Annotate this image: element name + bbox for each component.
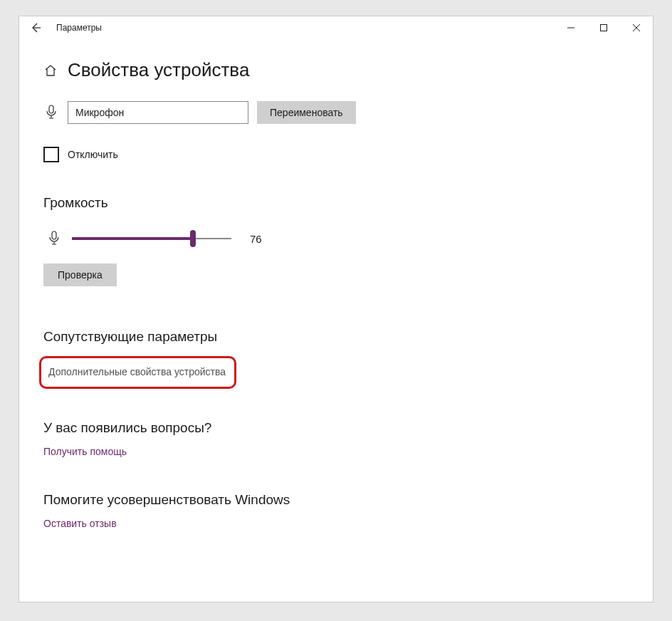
highlight-annotation: Дополнительные свойства устройства — [39, 356, 236, 389]
window-title: Параметры — [52, 23, 102, 33]
home-icon[interactable] — [43, 63, 58, 78]
svg-rect-0 — [601, 25, 607, 31]
volume-value: 76 — [250, 233, 262, 245]
test-button[interactable]: Проверка — [43, 263, 117, 286]
minimize-icon — [567, 24, 574, 31]
arrow-left-icon — [30, 22, 41, 33]
settings-window: Параметры Свойства устройства — [19, 16, 653, 602]
minimize-button[interactable] — [555, 16, 587, 39]
maximize-button[interactable] — [587, 16, 620, 39]
disable-checkbox[interactable] — [43, 147, 59, 162]
slider-track-fill — [72, 237, 193, 240]
disable-label: Отключить — [68, 149, 118, 160]
rename-button[interactable]: Переименовать — [257, 101, 356, 124]
device-name-row: Переименовать — [43, 101, 646, 124]
volume-slider[interactable] — [72, 231, 231, 246]
disable-row: Отключить — [43, 147, 646, 162]
microphone-icon — [43, 105, 59, 120]
svg-rect-2 — [52, 231, 56, 239]
close-icon — [633, 24, 640, 31]
related-heading: Сопутствующие параметры — [43, 329, 646, 345]
content-area: Свойства устройства Переименовать Отключ… — [19, 39, 653, 537]
questions-heading: У вас появились вопросы? — [43, 420, 646, 436]
device-name-input[interactable] — [68, 101, 248, 124]
get-help-link[interactable]: Получить помощь — [43, 446, 127, 457]
back-button[interactable] — [19, 16, 52, 39]
advanced-properties-link[interactable]: Дополнительные свойства устройства — [48, 366, 226, 377]
page-title: Свойства устройства — [68, 59, 249, 81]
maximize-icon — [600, 24, 607, 31]
slider-thumb[interactable] — [190, 230, 196, 247]
window-controls — [555, 16, 653, 39]
titlebar: Параметры — [19, 16, 653, 39]
page-header: Свойства устройства — [43, 59, 646, 81]
volume-row: 76 — [46, 231, 646, 246]
improve-heading: Помогите усовершенствовать Windows — [43, 492, 646, 508]
feedback-link[interactable]: Оставить отзыв — [43, 518, 117, 529]
svg-rect-1 — [49, 105, 53, 113]
volume-heading: Громкость — [43, 195, 646, 211]
microphone-icon — [46, 231, 62, 246]
close-button[interactable] — [620, 16, 653, 39]
